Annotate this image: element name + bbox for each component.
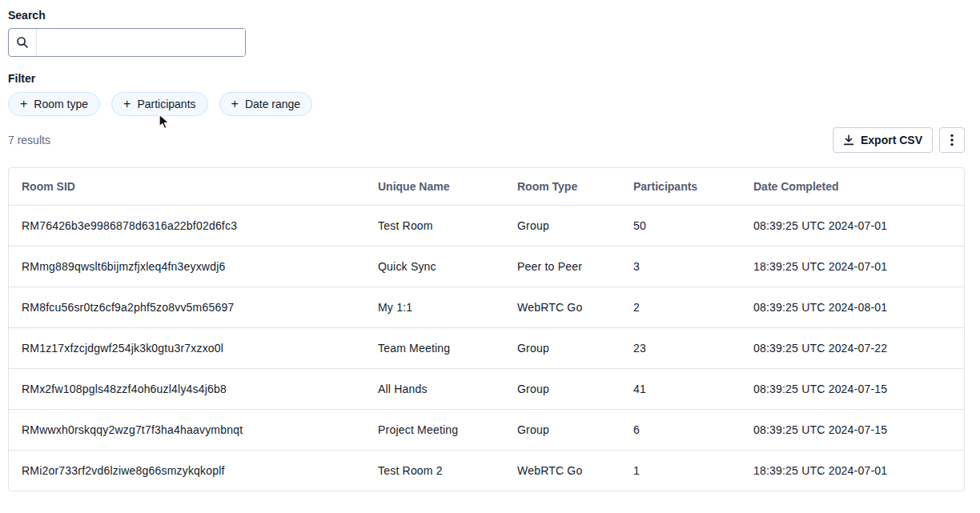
table-row[interactable]: RMwwxh0rskqqy2wzg7t7f3ha4haavymbnqtProje… — [9, 410, 964, 451]
plus-icon: + — [231, 98, 239, 110]
filter-chip-room-type[interactable]: + Room type — [8, 92, 100, 116]
cell-date-completed: 18:39:25 UTC 2024-07-01 — [741, 451, 964, 491]
search-label: Search — [8, 8, 965, 22]
filter-chip-label: Date range — [245, 98, 300, 110]
cell-unique-name: Team Meeting — [365, 328, 504, 369]
filter-label: Filter — [8, 71, 965, 86]
cell-date-completed: 08:39:25 UTC 2024-07-15 — [741, 410, 964, 451]
table-row[interactable]: RMi2or733rf2vd6lziwe8g66smzykqkoplfTest … — [9, 451, 964, 491]
filter-chip-label: Room type — [34, 98, 88, 110]
cell-room-type: Peer to Peer — [504, 246, 621, 287]
table-toolbar: 7 results Export CSV — [8, 127, 965, 153]
cell-participants: 1 — [621, 451, 741, 491]
cell-unique-name: Project Meeting — [365, 410, 504, 451]
cell-date-completed: 08:39:25 UTC 2024-07-22 — [741, 328, 964, 369]
column-header-date-completed: Date Completed — [741, 168, 964, 206]
plus-icon: + — [20, 98, 27, 110]
column-header-room-sid: Room SID — [9, 168, 365, 206]
cell-sid: RM1z17xfzcjdgwf254jk3k0gtu3r7xzxo0l — [9, 328, 365, 369]
cell-participants: 2 — [621, 287, 741, 328]
search-box — [8, 28, 246, 57]
table-row[interactable]: RM76426b3e9986878d6316a22bf02d6fc3Test R… — [9, 206, 964, 246]
cell-room-type: WebRTC Go — [504, 451, 621, 491]
rooms-log-page: Search Filter + Room type + Participants… — [0, 0, 980, 491]
results-count: 7 results — [8, 134, 50, 146]
toolbar-actions: Export CSV — [833, 127, 965, 153]
cell-date-completed: 08:39:25 UTC 2024-07-01 — [741, 206, 964, 246]
column-header-participants: Participants — [621, 168, 741, 206]
search-input[interactable] — [37, 29, 245, 56]
table-row[interactable]: RM8fcu56sr0tz6cf9a2phf5zo8vv5m65697My 1:… — [9, 287, 964, 328]
cell-sid: RM8fcu56sr0tz6cf9a2phf5zo8vv5m65697 — [9, 287, 365, 328]
filter-chips: + Room type + Participants + Date range — [8, 92, 965, 116]
cell-room-type: Group — [504, 328, 621, 369]
filter-chip-date-range[interactable]: + Date range — [219, 92, 313, 116]
rooms-table-container: Room SID Unique Name Room Type Participa… — [8, 167, 965, 491]
cell-sid: RMx2fw108pgls48zzf4oh6uzl4ly4s4j6b8 — [9, 369, 365, 410]
search-icon — [9, 29, 37, 56]
cell-sid: RMi2or733rf2vd6lziwe8g66smzykqkoplf — [9, 451, 365, 491]
cell-room-type: Group — [504, 206, 621, 246]
cell-participants: 50 — [621, 206, 741, 246]
table-row[interactable]: RMx2fw108pgls48zzf4oh6uzl4ly4s4j6b8All H… — [9, 369, 964, 410]
cell-date-completed: 18:39:25 UTC 2024-07-01 — [741, 246, 964, 287]
table-row[interactable]: RM1z17xfzcjdgwf254jk3k0gtu3r7xzxo0lTeam … — [9, 328, 964, 369]
cell-sid: RMwwxh0rskqqy2wzg7t7f3ha4haavymbnqt — [9, 410, 365, 451]
cell-unique-name: Test Room — [365, 206, 504, 246]
cell-date-completed: 08:39:25 UTC 2024-07-15 — [741, 369, 964, 410]
cell-date-completed: 08:39:25 UTC 2024-08-01 — [741, 287, 964, 328]
export-csv-button[interactable]: Export CSV — [833, 127, 933, 153]
rooms-table: Room SID Unique Name Room Type Participa… — [9, 168, 964, 491]
export-csv-label: Export CSV — [861, 134, 922, 146]
cell-participants: 3 — [621, 246, 741, 287]
table-header-row: Room SID Unique Name Room Type Participa… — [9, 168, 964, 206]
kebab-menu-icon — [950, 134, 954, 146]
cell-sid: RMmg889qwslt6bijmzfjxleq4fn3eyxwdj6 — [9, 246, 365, 287]
column-header-unique-name: Unique Name — [365, 168, 504, 206]
cell-unique-name: All Hands — [365, 369, 504, 410]
cell-participants: 41 — [621, 369, 741, 410]
cell-room-type: WebRTC Go — [504, 287, 621, 328]
column-header-room-type: Room Type — [504, 168, 621, 206]
more-options-button[interactable] — [939, 127, 965, 153]
filter-chip-participants[interactable]: + Participants — [111, 92, 208, 116]
cell-unique-name: My 1:1 — [365, 287, 504, 328]
table-row[interactable]: RMmg889qwslt6bijmzfjxleq4fn3eyxwdj6Quick… — [9, 246, 964, 287]
cell-sid: RM76426b3e9986878d6316a22bf02d6fc3 — [9, 206, 365, 246]
plus-icon: + — [123, 98, 131, 110]
cell-participants: 23 — [621, 328, 741, 369]
cell-room-type: Group — [504, 410, 621, 451]
cell-room-type: Group — [504, 369, 621, 410]
cell-unique-name: Quick Sync — [365, 246, 504, 287]
cell-participants: 6 — [621, 410, 741, 451]
cell-unique-name: Test Room 2 — [365, 451, 504, 491]
filter-chip-label: Participants — [137, 98, 195, 110]
download-icon — [843, 134, 854, 146]
